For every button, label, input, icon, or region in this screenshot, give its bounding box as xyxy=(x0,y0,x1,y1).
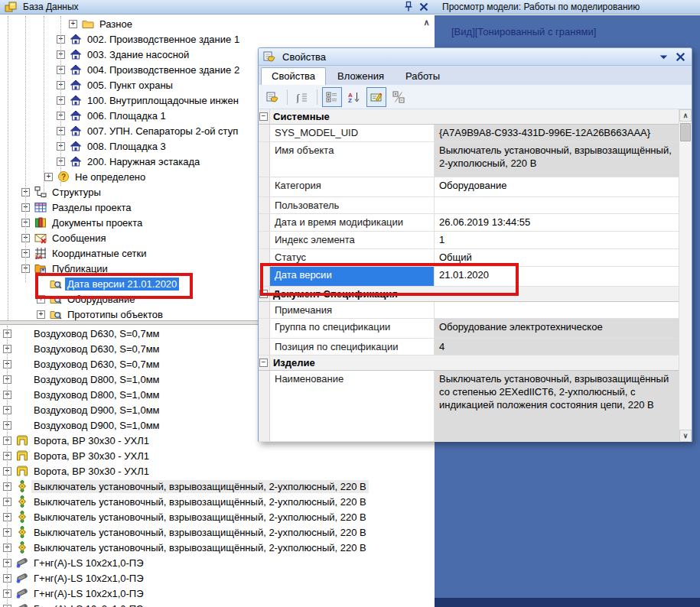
close-icon[interactable] xyxy=(418,2,430,13)
property-row[interactable]: КатегорияОборудование xyxy=(259,177,679,197)
cable-icon xyxy=(16,587,28,599)
tree-item[interactable]: +Г+нг(А)-LS 10х2х1,0-ПЭ xyxy=(0,555,435,570)
tree-item[interactable]: +Выключатель установочный, взрывозащищён… xyxy=(0,509,435,524)
grid-scrollbar[interactable]: ∧ ∨ xyxy=(679,109,692,442)
property-category-row[interactable]: −Документ Спецификация xyxy=(259,287,679,302)
tree-item[interactable]: +Ворота, ВР 30х30 - УХЛ1 xyxy=(0,463,435,479)
property-name: Индекс элемента xyxy=(270,232,435,248)
database-panel-header: База Данных xyxy=(0,0,435,15)
property-row[interactable]: Группа по спецификацииОборудование элект… xyxy=(259,319,679,339)
property-value[interactable]: 4 xyxy=(435,339,679,355)
property-row[interactable]: Индекс элемента1 xyxy=(259,232,679,249)
tree-item[interactable]: +Выключатель установочный, взрывозащищён… xyxy=(0,479,435,494)
coordgrid-icon: 1A xyxy=(34,247,47,259)
dialog-tab[interactable]: Вложения xyxy=(327,68,394,85)
tree-item[interactable]: +002. Производственное здание 1 xyxy=(0,31,435,47)
house-icon xyxy=(70,140,82,152)
sort-az-button[interactable]: AZ xyxy=(344,87,364,107)
tree-item[interactable]: +Г+нг(А)-LS 10х2х1,0-ПЭ xyxy=(0,570,435,586)
chevron-down-icon[interactable] xyxy=(657,50,670,63)
property-row[interactable]: SYS_MODEL_UID{A7A9B9A8-C933-431D-996E-12… xyxy=(259,125,679,142)
property-value[interactable]: Оборудование электротехническое xyxy=(435,319,679,338)
tree-item[interactable]: +Выключатель установочный, взрывозащищён… xyxy=(0,494,435,509)
property-row[interactable]: Имя объектаВыключатель установочный, взр… xyxy=(259,142,679,177)
property-row[interactable]: Примечания xyxy=(259,302,679,319)
property-name: Имя объекта xyxy=(270,142,435,177)
tree-item-label: Разное xyxy=(97,18,135,31)
property-value[interactable]: Общий xyxy=(435,249,679,266)
tree-item-label: Сообщения xyxy=(50,232,109,245)
property-row[interactable]: Дата версии21.01.2020 xyxy=(259,267,679,287)
dialog-tab[interactable]: Свойства xyxy=(261,67,326,85)
tree-item[interactable]: +Г+нг(А)-LS 10х2х1,0-ПЭ xyxy=(0,586,435,601)
property-value[interactable] xyxy=(435,302,679,318)
scrollbar-down-button[interactable]: ∨ xyxy=(679,430,692,442)
documents-icon xyxy=(34,216,47,229)
tree-item[interactable]: +Выключатель установочный, взрывозащищён… xyxy=(0,524,435,540)
tree-item[interactable]: +Разное xyxy=(0,16,435,31)
close-icon[interactable] xyxy=(674,50,687,63)
property-name: Статус xyxy=(270,249,435,266)
props-sheet-button[interactable] xyxy=(262,87,282,107)
expand-icon[interactable]: + xyxy=(44,173,53,181)
property-name: Наименование xyxy=(270,371,435,441)
tree-item-label: Выключатель установочный, взрывозащищённ… xyxy=(31,495,369,508)
publications-icon xyxy=(34,262,47,274)
tree-item-label: Не определено xyxy=(73,170,148,183)
property-category-row[interactable]: −Системные xyxy=(259,109,679,125)
database-icon xyxy=(5,1,17,13)
no-icon xyxy=(16,373,28,385)
collapse-icon[interactable]: − xyxy=(259,290,268,298)
switch-icon xyxy=(16,526,28,538)
property-value[interactable]: 26.06.2019 13:44:55 xyxy=(435,214,679,231)
property-value[interactable]: 1 xyxy=(435,232,679,248)
tree-item-label: Дата версии 21.01.2020 xyxy=(65,278,179,291)
grid-margin xyxy=(259,232,270,248)
tree-item[interactable]: +Г+нг(А)-LS 10х2х1,0-ПЭ xyxy=(0,601,435,607)
collapse-icon[interactable]: − xyxy=(259,359,268,367)
property-name: Позиция по спецификации xyxy=(270,339,435,355)
property-value[interactable] xyxy=(435,197,679,213)
switch-icon xyxy=(16,511,28,523)
property-value[interactable]: {A7A9B9A8-C933-431D-996E-12A26B663AAA} xyxy=(435,125,679,141)
property-row[interactable]: Пользователь xyxy=(259,197,679,214)
property-category-row[interactable]: −Изделие xyxy=(259,355,679,371)
house-icon xyxy=(70,33,82,45)
property-grid: −СистемныеSYS_MODEL_UID{A7A9B9A8-C933-43… xyxy=(259,109,692,442)
property-value[interactable]: Оборудование xyxy=(435,177,679,196)
property-row[interactable]: НаименованиеВыключатель установочный, вз… xyxy=(259,371,679,442)
grid-margin xyxy=(259,267,270,286)
folder-icon xyxy=(82,18,94,30)
collapse-icon[interactable]: − xyxy=(259,112,268,121)
no-icon xyxy=(16,342,28,355)
pin-icon[interactable] xyxy=(402,2,415,13)
expand-icon[interactable]: + xyxy=(69,20,77,28)
categorized-button[interactable] xyxy=(322,87,342,107)
property-row[interactable]: СтатусОбщий xyxy=(259,249,679,267)
property-row[interactable]: Позиция по спецификации4 xyxy=(259,339,679,356)
expand-icon[interactable]: + xyxy=(37,295,45,304)
structure-icon xyxy=(34,186,47,198)
tree-item[interactable]: +Выключатель установочный, взрывозащищён… xyxy=(0,540,435,555)
dialog-tab[interactable]: Работы xyxy=(396,68,450,85)
properties-dialog-titlebar[interactable]: Свойства xyxy=(259,48,692,66)
grid-margin xyxy=(259,302,270,318)
property-row[interactable]: Дата и время модификации26.06.2019 13:44… xyxy=(259,214,679,232)
edit-card-button[interactable] xyxy=(366,87,386,107)
gate-icon xyxy=(16,465,28,477)
sum-list-button[interactable]: ∫ xyxy=(292,87,312,107)
property-value[interactable]: Выключатель установочный, взрывозащищённ… xyxy=(435,142,679,177)
property-value[interactable]: Выключатель установочный, взрывозащищённ… xyxy=(435,371,679,441)
house-icon xyxy=(70,109,82,122)
tree-item[interactable]: +Ворота, ВР 30х30 - УХЛ1 xyxy=(0,448,435,463)
tree-item-label: Документы проекта xyxy=(50,216,145,229)
expand-icon[interactable]: + xyxy=(37,310,45,319)
properties-dialog: Свойства СвойстваВложенияРаботы ∫AZ −Сис… xyxy=(258,47,692,442)
scrollbar-thumb[interactable] xyxy=(680,123,691,141)
plus-minus-button[interactable] xyxy=(389,87,409,107)
property-category-label: Системные xyxy=(270,109,333,124)
tree-indent-guide xyxy=(60,16,61,186)
property-value[interactable]: 21.01.2020 xyxy=(435,267,679,286)
scrollbar-up-button[interactable]: ∧ xyxy=(679,109,692,122)
scrollbar-up-icon[interactable]: ∧ xyxy=(421,18,432,27)
